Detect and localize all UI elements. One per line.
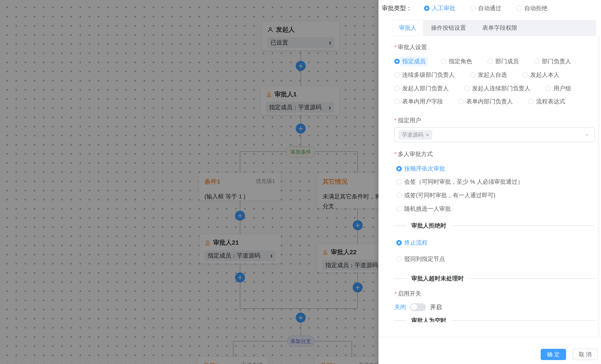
divider-line xyxy=(469,278,595,279)
approver-option-user-group[interactable]: 用户组 xyxy=(546,84,571,92)
approval-type-row: 审批类型： 人工审批 自动通过 自动拒绝 xyxy=(382,4,548,13)
approval-type-option-auto-pass[interactable]: 自动通过 xyxy=(470,4,501,12)
radio-icon xyxy=(534,59,540,64)
timeout-enable-toggle[interactable] xyxy=(410,303,426,311)
settings-tabbar: 审批人 操作按钮设置 表单字段权限 xyxy=(392,20,596,36)
radio-icon xyxy=(470,72,475,78)
radio-selected-icon xyxy=(396,166,402,172)
approver-option-multi-level-dept-leader[interactable]: 连续多级部门负责人 xyxy=(394,71,455,79)
empty-section-title: 审批人为空时 xyxy=(411,317,446,322)
radio-selected-icon xyxy=(394,59,400,64)
tag-close-icon[interactable]: × xyxy=(426,132,429,138)
required-star: * xyxy=(394,151,397,157)
approver-option-assigned-member[interactable]: 指定成员 xyxy=(394,57,425,65)
enable-switch-label: *启用开关 xyxy=(394,290,421,298)
approver-option-process-expression[interactable]: 流程表达式 xyxy=(528,98,565,105)
approver-setting-row: 发起人部门负责人 发起人连续部门负责人 用户组 xyxy=(394,84,571,92)
radio-icon xyxy=(522,72,528,78)
required-star: * xyxy=(394,117,397,123)
reject-section-divider: 审批人拒绝时 xyxy=(394,222,595,229)
assigned-user-select[interactable]: 芋道源码 × xyxy=(394,127,595,142)
modal-overlay xyxy=(0,0,380,364)
radio-selected-icon xyxy=(424,6,430,11)
user-tag-label: 芋道源码 xyxy=(402,131,423,139)
approval-type-option-auto-reject[interactable]: 自动拒绝 xyxy=(516,4,548,12)
panel-scrollbar-track[interactable] xyxy=(599,35,599,337)
radio-icon xyxy=(394,99,400,104)
approver-option-initiator-multi-dept-leader[interactable]: 发起人连续部门负责人 xyxy=(464,84,530,92)
radio-icon xyxy=(396,256,402,262)
approver-option-assigned-role[interactable]: 指定角色 xyxy=(441,57,472,65)
approver-option-initiator-dept-leader[interactable]: 发起人部门负责人 xyxy=(394,84,449,92)
footer-divider xyxy=(379,337,601,337)
approver-setting-label: *审批人设置 xyxy=(394,43,427,51)
timeout-section-title: 审批人超时未处理时 xyxy=(411,274,464,283)
approver-option-initiator-self[interactable]: 发起人本人 xyxy=(522,71,559,79)
radio-icon xyxy=(396,206,402,212)
required-star: * xyxy=(394,290,397,297)
approver-option-dept-leader[interactable]: 部门负责人 xyxy=(534,57,571,65)
divider-line xyxy=(452,225,595,226)
divider-line xyxy=(452,320,595,321)
approver-option-dept-member[interactable]: 部门成员 xyxy=(487,57,519,65)
multi-approve-option-sequential[interactable]: 按顺序依次审批 xyxy=(396,165,445,173)
approver-option-initiator-choose[interactable]: 发起人自选 xyxy=(470,71,507,79)
approval-type-label: 审批类型： xyxy=(382,4,412,12)
reject-section-title: 审批人拒绝时 xyxy=(411,222,446,230)
radio-icon xyxy=(528,99,534,104)
timeout-section-divider: 审批人超时未处理时 xyxy=(394,275,595,282)
radio-icon xyxy=(516,6,522,11)
radio-icon xyxy=(487,59,493,64)
reject-option-terminate[interactable]: 终止流程 xyxy=(396,239,428,247)
workflow-designer-screen: 发起人 已设置 › 审批人1 指定成员：芋道源码 › xyxy=(0,0,601,364)
radio-icon xyxy=(396,192,402,198)
radio-icon xyxy=(546,86,551,91)
switch-off-label: 关闭 xyxy=(394,303,406,311)
multi-approve-label: *多人审批方式 xyxy=(394,150,433,158)
multi-approve-option-orsign[interactable]: 或签(可同时审批，有一人通过即可) xyxy=(396,191,496,199)
tab-approver[interactable]: 审批人 xyxy=(392,20,423,36)
toggle-knob xyxy=(411,304,417,310)
approver-settings-panel: 审批类型： 人工审批 自动通过 自动拒绝 审批人 操作按钮设置 表单字段权限 *… xyxy=(379,0,601,364)
divider-dash xyxy=(394,320,406,321)
assigned-user-label: *指定用户 xyxy=(394,116,421,124)
required-star: * xyxy=(394,44,397,50)
reject-option-return-node[interactable]: 驳回到指定节点 xyxy=(396,255,445,263)
radio-icon xyxy=(396,179,402,184)
approval-type-option-manual[interactable]: 人工审批 xyxy=(424,4,455,12)
enable-switch-row: 关闭 开启 xyxy=(394,303,442,311)
approver-option-form-user-field[interactable]: 表单内用户字段 xyxy=(394,98,443,105)
multi-approve-option-countersign[interactable]: 会签（可同时审批，至少 % 人必须审批通过） xyxy=(396,178,523,186)
approver-setting-row: 连续多级部门负责人 发起人自选 发起人本人 xyxy=(394,71,559,79)
empty-section-clipped: 审批人为空时 xyxy=(394,317,595,322)
radio-selected-icon xyxy=(396,240,402,245)
approver-option-form-dept-leader[interactable]: 表单内部门负责人 xyxy=(458,98,513,105)
user-tag: 芋道源码 × xyxy=(399,130,432,140)
approver-setting-row: 表单内用户字段 表单内部门负责人 流程表达式 xyxy=(394,98,565,105)
radio-icon xyxy=(464,86,470,91)
divider-dash xyxy=(394,278,406,279)
tab-action-buttons[interactable]: 操作按钮设置 xyxy=(423,20,474,36)
radio-icon xyxy=(458,99,464,104)
radio-icon xyxy=(470,6,476,11)
tab-form-field-permission[interactable]: 表单字段权限 xyxy=(474,20,526,36)
switch-on-label: 开启 xyxy=(430,303,442,311)
radio-icon xyxy=(441,59,446,64)
chevron-down-icon xyxy=(584,132,590,138)
multi-approve-option-random[interactable]: 随机挑选一人审批 xyxy=(396,205,451,213)
radio-icon xyxy=(394,72,400,78)
radio-icon xyxy=(394,86,400,91)
divider-dash xyxy=(394,225,406,226)
approver-setting-row: 指定成员 指定角色 部门成员 部门负责人 xyxy=(394,57,571,65)
confirm-button[interactable]: 确 定 xyxy=(541,349,566,360)
cancel-button[interactable]: 取 消 xyxy=(573,349,598,360)
